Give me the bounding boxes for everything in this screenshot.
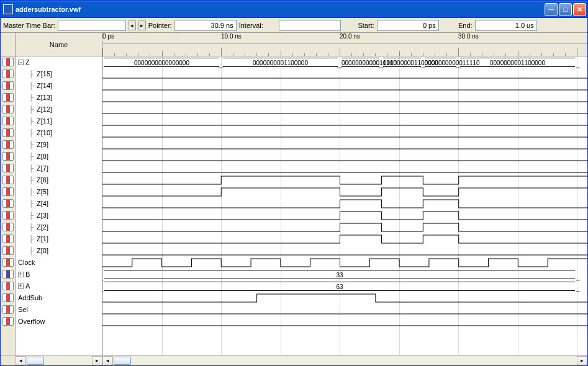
waveform-area[interactable]: 0000000000000000000000000110000000000000… bbox=[102, 56, 587, 355]
signal-name: Z[15] bbox=[37, 70, 52, 78]
maximize-button[interactable]: □ bbox=[559, 3, 572, 16]
signal-icon[interactable] bbox=[2, 105, 14, 114]
signal-icon[interactable] bbox=[2, 58, 14, 66]
interval-field[interactable] bbox=[279, 20, 341, 31]
signal-row[interactable]: +B bbox=[16, 269, 102, 280]
bottom-scrollbars: ◂ ▸ ◂ ▸ bbox=[1, 355, 587, 365]
signal-name: Z[0] bbox=[37, 247, 48, 254]
waveform-bus: 33 bbox=[102, 269, 587, 280]
signal-row[interactable]: Clock bbox=[16, 257, 102, 269]
signal-name: Sel bbox=[18, 306, 28, 313]
signal-icon[interactable] bbox=[2, 282, 14, 290]
time-prev-button[interactable]: ◂ bbox=[129, 20, 136, 30]
signal-icon[interactable] bbox=[2, 81, 14, 90]
signal-icon[interactable] bbox=[2, 69, 14, 78]
signal-row[interactable]: Overflow bbox=[16, 316, 102, 328]
signal-name: Z[7] bbox=[37, 164, 48, 172]
signal-row[interactable]: AddSub bbox=[16, 292, 102, 304]
ruler-tick: 0 ps bbox=[102, 33, 114, 40]
waveform-bus: 0000000000000000000000000110000000000000… bbox=[102, 56, 587, 68]
waveform-bit bbox=[102, 233, 587, 245]
signal-icon[interactable] bbox=[2, 140, 14, 149]
signal-row[interactable]: ├Z[3] bbox=[16, 210, 102, 221]
pointer-label: Pointer: bbox=[148, 22, 172, 29]
close-button[interactable]: ✕ bbox=[573, 3, 586, 16]
window-title: addersubtractor.vwf bbox=[16, 6, 545, 13]
start-field[interactable]: 0 ps bbox=[377, 20, 439, 31]
signal-row[interactable]: +A bbox=[16, 280, 102, 292]
minimize-button[interactable]: ─ bbox=[545, 3, 558, 16]
waveform-bit bbox=[102, 186, 587, 198]
signal-icon[interactable] bbox=[2, 223, 14, 231]
signal-icon[interactable] bbox=[2, 305, 14, 314]
signal-icon[interactable] bbox=[2, 187, 14, 196]
end-label: End: bbox=[441, 22, 473, 29]
signal-icon[interactable] bbox=[2, 164, 14, 172]
signal-name: Z[6] bbox=[37, 176, 48, 184]
signal-name: Z bbox=[25, 58, 30, 66]
signal-row[interactable]: ├Z[1] bbox=[16, 233, 102, 245]
time-ruler[interactable]: 0 ps10.0 ns20.0 ns30.0 ns bbox=[102, 33, 587, 56]
signal-icon[interactable] bbox=[2, 93, 14, 102]
wave-scroll-left[interactable]: ◂ bbox=[102, 356, 113, 365]
tree-toggle[interactable]: + bbox=[18, 272, 24, 277]
end-field[interactable]: 1.0 us bbox=[475, 20, 537, 31]
app-window: addersubtractor.vwf ─ □ ✕ Master Time Ba… bbox=[0, 0, 588, 366]
wave-scroll-right[interactable]: ▸ bbox=[577, 356, 587, 365]
signal-row[interactable]: ├Z[15] bbox=[16, 68, 102, 80]
signal-name: Z[10] bbox=[37, 129, 52, 136]
waveform-bit bbox=[102, 139, 587, 151]
signal-row[interactable]: ├Z[9] bbox=[16, 139, 102, 151]
signal-icon[interactable] bbox=[2, 176, 14, 184]
tree-toggle[interactable]: - bbox=[18, 60, 24, 65]
signal-row[interactable]: ├Z[7] bbox=[16, 163, 102, 174]
wave-scroll-thumb[interactable] bbox=[114, 357, 131, 365]
name-header: Name bbox=[16, 33, 102, 56]
signal-icon[interactable] bbox=[2, 211, 14, 220]
signal-row[interactable]: ├Z[8] bbox=[16, 151, 102, 163]
pointer-field[interactable]: 30.9 ns bbox=[174, 20, 237, 31]
signal-icon[interactable] bbox=[2, 117, 14, 125]
signal-row[interactable]: ├Z[2] bbox=[16, 221, 102, 233]
signal-row[interactable]: ├Z[10] bbox=[16, 127, 102, 139]
time-next-button[interactable]: ▸ bbox=[138, 20, 146, 30]
waveform-bit bbox=[102, 68, 587, 80]
name-scroll-right[interactable]: ▸ bbox=[92, 356, 102, 365]
ruler-tick: 20.0 ns bbox=[340, 33, 360, 40]
signal-icon[interactable] bbox=[2, 270, 14, 279]
bus-value: 0000000000011110 bbox=[341, 60, 379, 66]
signal-icon[interactable] bbox=[2, 258, 14, 267]
titlebar[interactable]: addersubtractor.vwf ─ □ ✕ bbox=[1, 1, 587, 18]
waveform-bit bbox=[102, 245, 587, 257]
tree-toggle[interactable]: + bbox=[18, 283, 24, 289]
signal-row[interactable]: ├Z[4] bbox=[16, 198, 102, 210]
signal-row[interactable]: Sel bbox=[16, 304, 102, 316]
waveform-bit bbox=[102, 304, 587, 316]
master-time-field[interactable] bbox=[58, 20, 126, 31]
signal-icon[interactable] bbox=[2, 234, 14, 243]
signal-row[interactable]: ├Z[11] bbox=[16, 115, 102, 127]
name-scroll-thumb[interactable] bbox=[27, 357, 44, 365]
master-time-label: Master Time Bar: bbox=[3, 22, 55, 29]
signal-icon[interactable] bbox=[2, 317, 14, 326]
app-icon bbox=[3, 4, 13, 14]
signal-row[interactable]: ├Z[5] bbox=[16, 186, 102, 198]
signal-row[interactable]: ├Z[13] bbox=[16, 92, 102, 104]
name-scroll-left[interactable]: ◂ bbox=[16, 356, 26, 365]
signal-row[interactable]: -Z bbox=[16, 56, 102, 68]
signal-row[interactable]: ├Z[6] bbox=[16, 174, 102, 186]
bus-value: 0000000000011110 bbox=[425, 60, 456, 66]
waveform-bit bbox=[102, 221, 587, 233]
signal-row[interactable]: ├Z[0] bbox=[16, 245, 102, 257]
signal-icon[interactable] bbox=[2, 128, 14, 137]
signal-row[interactable]: ├Z[14] bbox=[16, 80, 102, 92]
signal-icon[interactable] bbox=[2, 199, 14, 208]
waveform-bit bbox=[102, 127, 587, 139]
signal-row[interactable]: ├Z[12] bbox=[16, 104, 102, 115]
signal-icon[interactable] bbox=[2, 152, 14, 161]
bus-value: 0000000001100000 bbox=[383, 60, 421, 66]
signal-icon[interactable] bbox=[2, 246, 14, 255]
signal-icon[interactable] bbox=[2, 293, 14, 302]
waveform-bit bbox=[102, 115, 587, 127]
bus-value: 0000000001100000 bbox=[460, 60, 575, 66]
